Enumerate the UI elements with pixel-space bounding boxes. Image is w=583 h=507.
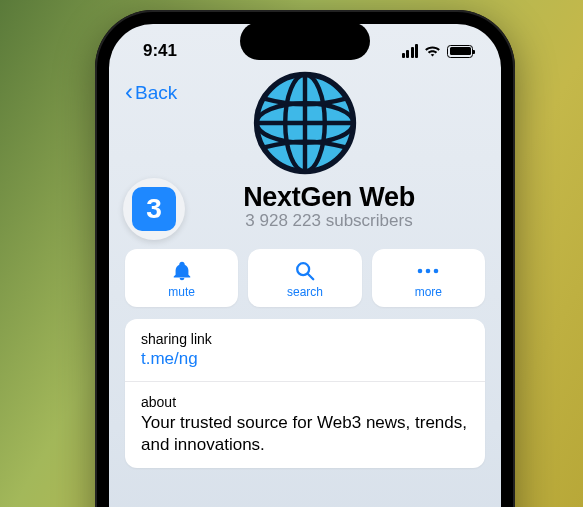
phone-frame: 9:41 ‹ Back xyxy=(95,10,515,507)
more-icon xyxy=(415,259,441,283)
svg-line-6 xyxy=(308,274,314,280)
dynamic-island xyxy=(240,22,370,60)
action-row: mute search more xyxy=(109,239,501,319)
battery-icon xyxy=(447,45,473,58)
channel-name: NextGen Web xyxy=(243,182,415,213)
sharing-link[interactable]: t.me/ng xyxy=(141,349,469,369)
avatar-glyph: 3 xyxy=(132,187,176,231)
divider xyxy=(125,381,485,382)
status-indicators xyxy=(402,44,474,58)
cellular-icon xyxy=(402,44,419,58)
sharing-link-label: sharing link xyxy=(141,331,469,347)
mute-label: mute xyxy=(168,285,195,299)
screen: 9:41 ‹ Back xyxy=(109,24,501,507)
more-button[interactable]: more xyxy=(372,249,485,307)
bell-icon xyxy=(171,259,193,283)
globe-icon xyxy=(250,68,360,178)
status-time: 9:41 xyxy=(143,41,177,61)
info-card: sharing link t.me/ng about Your trusted … xyxy=(125,319,485,468)
profile-header: 3 NextGen Web 3 928 223 subscribers xyxy=(109,68,501,239)
subscriber-count: 3 928 223 subscribers xyxy=(243,211,415,231)
mute-button[interactable]: mute xyxy=(125,249,238,307)
search-icon xyxy=(294,259,316,283)
about-text: Your trusted source for Web3 news, trend… xyxy=(141,412,469,456)
wifi-icon xyxy=(424,45,441,58)
search-label: search xyxy=(287,285,323,299)
more-label: more xyxy=(415,285,442,299)
svg-point-8 xyxy=(426,269,431,274)
svg-point-7 xyxy=(418,269,423,274)
svg-point-9 xyxy=(434,269,439,274)
about-label: about xyxy=(141,394,469,410)
channel-avatar[interactable]: 3 xyxy=(123,178,185,240)
search-button[interactable]: search xyxy=(248,249,361,307)
